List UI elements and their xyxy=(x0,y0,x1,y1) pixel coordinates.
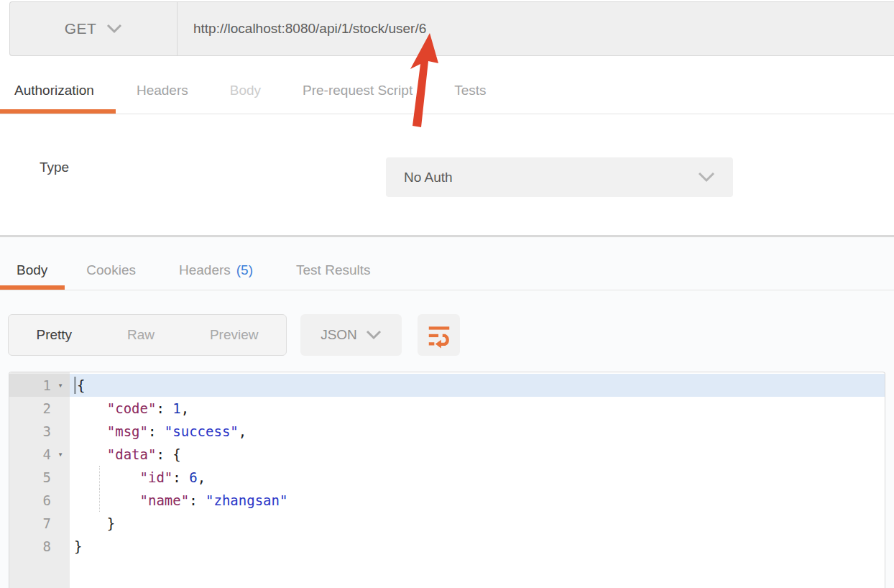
line-number-text: 2 xyxy=(9,400,51,416)
line-number-text: 5 xyxy=(9,469,51,485)
code-token: "msg" xyxy=(107,423,148,439)
code-token: , xyxy=(239,423,246,439)
response-tab-headers[interactable]: Headers (5) xyxy=(157,250,275,290)
code-line: 4▾ "data": { xyxy=(9,443,885,466)
tab-authorization[interactable]: Authorization xyxy=(0,68,116,114)
word-wrap-button[interactable] xyxy=(418,314,460,356)
chevron-down-icon xyxy=(366,330,382,340)
code-text: { xyxy=(70,374,885,397)
code-token: : xyxy=(172,469,189,485)
code-token: 6 xyxy=(189,469,197,485)
code-token: "code" xyxy=(107,400,157,416)
code-text: } xyxy=(70,535,885,558)
authorization-panel: Type No Auth xyxy=(0,114,894,235)
code-text: } xyxy=(70,512,885,535)
response-tab-body[interactable]: Body xyxy=(0,250,65,290)
line-number: 6 xyxy=(9,489,70,512)
response-tab-headers-label: Headers xyxy=(179,262,231,278)
code-token: "data" xyxy=(107,446,157,462)
code-line: 5 "id": 6, xyxy=(9,466,885,489)
triangle-down-icon[interactable]: ▾ xyxy=(51,380,70,390)
method-dropdown[interactable]: GET xyxy=(10,2,178,55)
code-token: "zhangsan" xyxy=(206,492,287,508)
auth-type-dropdown[interactable]: No Auth xyxy=(386,157,733,197)
mode-preview-button[interactable]: Preview xyxy=(210,327,259,343)
code-line: 2 "code": 1, xyxy=(9,397,885,420)
response-tab-test-results[interactable]: Test Results xyxy=(275,250,392,290)
postman-window: GET http://localhost:8080/api/1/stock/us… xyxy=(0,0,894,588)
code-token xyxy=(74,423,107,439)
code-line: 8} xyxy=(9,535,885,558)
line-number: 5 xyxy=(9,466,70,489)
line-number: 2 xyxy=(9,397,70,420)
mode-raw-button[interactable]: Raw xyxy=(127,327,155,343)
code-token: { xyxy=(77,377,85,393)
code-text: "msg": "success", xyxy=(70,420,885,443)
code-token: "success" xyxy=(165,423,239,439)
code-text: "code": 1, xyxy=(70,397,885,420)
response-section: Body Cookies Headers (5) Test Results Pr… xyxy=(0,237,894,588)
code-token: , xyxy=(198,469,206,485)
headers-count-badge: (5) xyxy=(236,262,253,278)
url-text: http://localhost:8080/api/1/stock/user/6 xyxy=(193,21,426,37)
code-token: "id" xyxy=(140,469,173,485)
line-number-text: 4 xyxy=(9,446,51,462)
code-text: "id": 6, xyxy=(70,466,885,489)
code-token: } xyxy=(74,538,82,554)
code-token: , xyxy=(181,400,189,416)
code-line: 7 } xyxy=(9,512,885,535)
code-token: 1 xyxy=(172,400,180,416)
text-cursor xyxy=(74,377,76,394)
line-number: 3 xyxy=(9,420,70,443)
line-number-text: 3 xyxy=(9,423,51,439)
response-tab-cookies[interactable]: Cookies xyxy=(65,250,157,290)
tab-pre-request-script[interactable]: Pre-request Script xyxy=(282,68,433,114)
code-token: : xyxy=(148,423,165,439)
line-number-text: 1 xyxy=(9,377,51,393)
line-number: 7 xyxy=(9,512,70,535)
line-number: 1▾ xyxy=(9,374,70,397)
request-tabs: Authorization Headers Body Pre-request S… xyxy=(0,56,894,114)
auth-type-label: Type xyxy=(40,160,69,175)
line-number: 8 xyxy=(9,535,70,558)
code-line: 3 "msg": "success", xyxy=(9,420,885,443)
code-token xyxy=(74,446,107,462)
url-input[interactable]: http://localhost:8080/api/1/stock/user/6 xyxy=(178,2,894,55)
auth-type-value: No Auth xyxy=(404,170,698,185)
code-token: : { xyxy=(156,446,180,462)
mode-pretty-button[interactable]: Pretty xyxy=(36,327,72,343)
code-token: "name" xyxy=(140,492,190,508)
line-number: 4▾ xyxy=(9,443,70,466)
language-value: JSON xyxy=(321,327,357,343)
response-tabs: Body Cookies Headers (5) Test Results xyxy=(0,244,894,290)
line-number-text: 6 xyxy=(9,492,51,508)
response-body-editor[interactable]: 1▾{2 "code": 1,3 "msg": "success",4▾ "da… xyxy=(9,372,885,588)
viewer-toolbar: Pretty Raw Preview JSON xyxy=(0,314,894,356)
code-text: "data": { xyxy=(70,443,885,466)
word-wrap-icon xyxy=(425,321,453,349)
code-lines: 1▾{2 "code": 1,3 "msg": "success",4▾ "da… xyxy=(9,374,885,558)
code-line: 6 "name": "zhangsan" xyxy=(9,489,885,512)
code-line: 1▾{ xyxy=(9,374,885,397)
code-token: : xyxy=(189,492,206,508)
chevron-down-icon xyxy=(698,172,715,183)
code-text: "name": "zhangsan" xyxy=(70,489,885,512)
code-token xyxy=(74,469,140,485)
language-dropdown[interactable]: JSON xyxy=(300,314,402,356)
view-mode-group: Pretty Raw Preview xyxy=(8,314,287,356)
line-number-text: 7 xyxy=(9,515,51,531)
code-token xyxy=(74,492,140,508)
code-token: } xyxy=(74,515,115,531)
request-url-bar: GET http://localhost:8080/api/1/stock/us… xyxy=(9,1,894,56)
method-label: GET xyxy=(65,20,97,37)
triangle-down-icon[interactable]: ▾ xyxy=(51,449,70,459)
code-token xyxy=(74,400,107,416)
chevron-down-icon xyxy=(106,24,122,34)
tab-headers[interactable]: Headers xyxy=(116,68,209,114)
tab-body[interactable]: Body xyxy=(209,68,282,114)
tab-tests[interactable]: Tests xyxy=(433,68,507,114)
line-number-text: 8 xyxy=(9,538,51,554)
code-token: : xyxy=(156,400,172,416)
